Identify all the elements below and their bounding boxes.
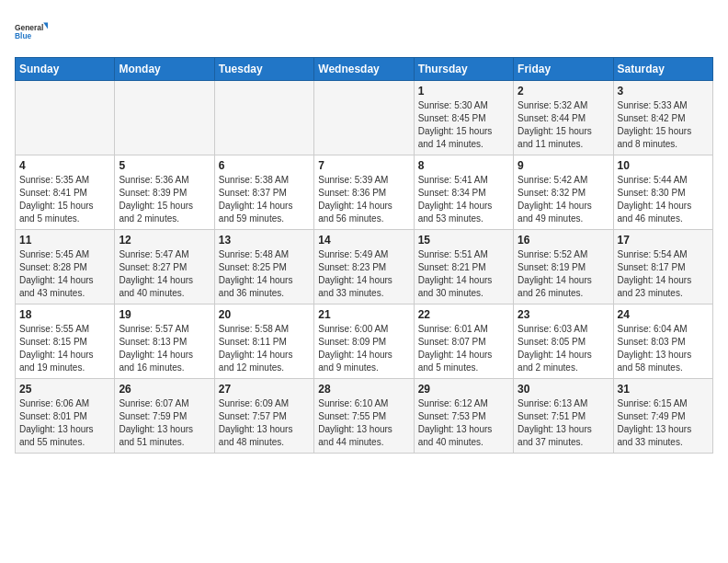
day-detail: Sunrise: 5:39 AM Sunset: 8:36 PM Dayligh… [318,174,409,225]
day-number: 13 [219,234,310,247]
day-detail: Sunrise: 6:13 AM Sunset: 7:51 PM Dayligh… [518,397,609,449]
day-detail: Sunrise: 6:06 AM Sunset: 8:01 PM Dayligh… [19,397,110,449]
day-number: 1 [418,85,509,98]
day-number: 18 [19,308,110,321]
day-number: 27 [219,383,310,396]
calendar-cell: 18Sunrise: 5:55 AM Sunset: 8:15 PM Dayli… [16,304,115,379]
calendar-cell [115,81,214,155]
day-number: 3 [618,85,709,98]
day-number: 14 [318,234,409,247]
calendar-cell: 29Sunrise: 6:12 AM Sunset: 7:53 PM Dayli… [414,379,513,454]
day-number: 9 [518,159,609,172]
calendar-cell: 3Sunrise: 5:33 AM Sunset: 8:42 PM Daylig… [613,81,712,155]
day-detail: Sunrise: 6:09 AM Sunset: 7:57 PM Dayligh… [219,397,310,449]
day-detail: Sunrise: 5:41 AM Sunset: 8:34 PM Dayligh… [418,174,509,225]
day-number: 24 [618,308,709,321]
day-detail: Sunrise: 6:12 AM Sunset: 7:53 PM Dayligh… [418,397,509,449]
day-detail: Sunrise: 5:58 AM Sunset: 8:11 PM Dayligh… [219,323,310,374]
calendar-cell: 26Sunrise: 6:07 AM Sunset: 7:59 PM Dayli… [115,379,214,454]
calendar-cell: 2Sunrise: 5:32 AM Sunset: 8:44 PM Daylig… [514,81,613,155]
calendar-cell: 19Sunrise: 5:57 AM Sunset: 8:13 PM Dayli… [115,304,214,379]
column-header-tuesday: Tuesday [214,58,313,81]
column-header-thursday: Thursday [414,58,513,81]
calendar-cell: 5Sunrise: 5:36 AM Sunset: 8:39 PM Daylig… [115,155,214,230]
calendar-cell: 7Sunrise: 5:39 AM Sunset: 8:36 PM Daylig… [314,155,414,230]
day-detail: Sunrise: 6:10 AM Sunset: 7:55 PM Dayligh… [318,397,409,449]
day-number: 15 [418,234,509,247]
day-number: 25 [19,383,110,396]
calendar-cell: 30Sunrise: 6:13 AM Sunset: 7:51 PM Dayli… [514,379,613,454]
day-number: 12 [119,234,210,247]
column-header-wednesday: Wednesday [314,58,414,81]
calendar-cell: 20Sunrise: 5:58 AM Sunset: 8:11 PM Dayli… [214,304,313,379]
logo: General Blue [15,15,48,48]
calendar-week-3: 11Sunrise: 5:45 AM Sunset: 8:28 PM Dayli… [16,230,713,304]
day-number: 28 [318,383,409,396]
day-detail: Sunrise: 5:36 AM Sunset: 8:39 PM Dayligh… [119,174,210,225]
day-number: 21 [318,308,409,321]
day-detail: Sunrise: 5:52 AM Sunset: 8:19 PM Dayligh… [518,248,609,300]
day-detail: Sunrise: 5:42 AM Sunset: 8:32 PM Dayligh… [518,174,609,225]
day-detail: Sunrise: 5:51 AM Sunset: 8:21 PM Dayligh… [418,248,509,300]
day-number: 31 [618,383,709,396]
calendar-cell: 25Sunrise: 6:06 AM Sunset: 8:01 PM Dayli… [16,379,115,454]
day-detail: Sunrise: 6:15 AM Sunset: 7:49 PM Dayligh… [618,397,709,449]
calendar-cell: 10Sunrise: 5:44 AM Sunset: 8:30 PM Dayli… [613,155,712,230]
day-detail: Sunrise: 6:04 AM Sunset: 8:03 PM Dayligh… [618,323,709,374]
day-number: 22 [418,308,509,321]
page-header: General Blue [15,15,713,48]
day-number: 23 [518,308,609,321]
calendar-week-1: 1Sunrise: 5:30 AM Sunset: 8:45 PM Daylig… [16,81,713,155]
day-detail: Sunrise: 6:07 AM Sunset: 7:59 PM Dayligh… [119,397,210,449]
calendar-cell: 4Sunrise: 5:35 AM Sunset: 8:41 PM Daylig… [16,155,115,230]
calendar-cell: 1Sunrise: 5:30 AM Sunset: 8:45 PM Daylig… [414,81,513,155]
day-detail: Sunrise: 5:54 AM Sunset: 8:17 PM Dayligh… [618,248,709,300]
calendar-cell: 23Sunrise: 6:03 AM Sunset: 8:05 PM Dayli… [514,304,613,379]
day-number: 5 [119,159,210,172]
day-detail: Sunrise: 5:47 AM Sunset: 8:27 PM Dayligh… [119,248,210,300]
calendar-week-5: 25Sunrise: 6:06 AM Sunset: 8:01 PM Dayli… [16,379,713,454]
day-number: 20 [219,308,310,321]
calendar-cell: 14Sunrise: 5:49 AM Sunset: 8:23 PM Dayli… [314,230,414,304]
calendar-cell: 15Sunrise: 5:51 AM Sunset: 8:21 PM Dayli… [414,230,513,304]
day-number: 11 [19,234,110,247]
calendar-table: SundayMondayTuesdayWednesdayThursdayFrid… [15,57,713,454]
calendar-cell: 6Sunrise: 5:38 AM Sunset: 8:37 PM Daylig… [214,155,313,230]
calendar-cell: 21Sunrise: 6:00 AM Sunset: 8:09 PM Dayli… [314,304,414,379]
day-number: 10 [618,159,709,172]
calendar-header-row: SundayMondayTuesdayWednesdayThursdayFrid… [16,58,713,81]
column-header-saturday: Saturday [613,58,712,81]
day-detail: Sunrise: 5:44 AM Sunset: 8:30 PM Dayligh… [618,174,709,225]
column-header-sunday: Sunday [16,58,115,81]
day-detail: Sunrise: 5:33 AM Sunset: 8:42 PM Dayligh… [618,99,709,151]
day-detail: Sunrise: 5:38 AM Sunset: 8:37 PM Dayligh… [219,174,310,225]
calendar-cell [16,81,115,155]
logo-svg: General Blue [15,15,48,48]
calendar-cell: 11Sunrise: 5:45 AM Sunset: 8:28 PM Dayli… [16,230,115,304]
day-detail: Sunrise: 6:00 AM Sunset: 8:09 PM Dayligh… [318,323,409,374]
day-number: 30 [518,383,609,396]
svg-marker-2 [43,22,48,29]
calendar-cell: 22Sunrise: 6:01 AM Sunset: 8:07 PM Dayli… [414,304,513,379]
day-detail: Sunrise: 5:55 AM Sunset: 8:15 PM Dayligh… [19,323,110,374]
day-number: 16 [518,234,609,247]
day-detail: Sunrise: 6:01 AM Sunset: 8:07 PM Dayligh… [418,323,509,374]
calendar-cell: 13Sunrise: 5:48 AM Sunset: 8:25 PM Dayli… [214,230,313,304]
day-number: 4 [19,159,110,172]
day-detail: Sunrise: 5:32 AM Sunset: 8:44 PM Dayligh… [518,99,609,151]
calendar-cell: 12Sunrise: 5:47 AM Sunset: 8:27 PM Dayli… [115,230,214,304]
day-number: 7 [318,159,409,172]
calendar-cell: 27Sunrise: 6:09 AM Sunset: 7:57 PM Dayli… [214,379,313,454]
calendar-cell: 24Sunrise: 6:04 AM Sunset: 8:03 PM Dayli… [613,304,712,379]
day-detail: Sunrise: 5:49 AM Sunset: 8:23 PM Dayligh… [318,248,409,300]
svg-text:Blue: Blue [15,31,32,40]
day-number: 6 [219,159,310,172]
svg-text:General: General [15,23,43,32]
column-header-monday: Monday [115,58,214,81]
calendar-cell: 17Sunrise: 5:54 AM Sunset: 8:17 PM Dayli… [613,230,712,304]
calendar-cell [314,81,414,155]
column-header-friday: Friday [514,58,613,81]
day-detail: Sunrise: 5:35 AM Sunset: 8:41 PM Dayligh… [19,174,110,225]
calendar-week-4: 18Sunrise: 5:55 AM Sunset: 8:15 PM Dayli… [16,304,713,379]
calendar-cell: 8Sunrise: 5:41 AM Sunset: 8:34 PM Daylig… [414,155,513,230]
